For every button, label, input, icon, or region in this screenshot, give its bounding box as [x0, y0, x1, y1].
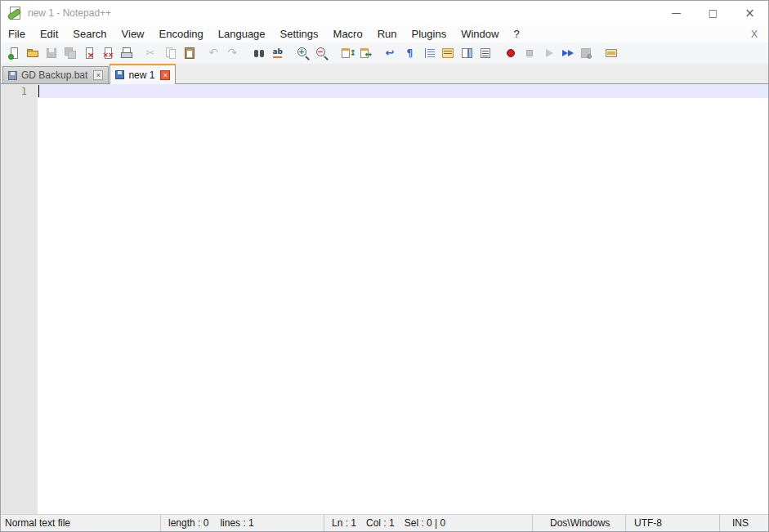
toolbar-separator [331, 44, 338, 62]
macro-run-multiple-times-button[interactable] [557, 44, 576, 62]
undo-button [205, 44, 224, 62]
status-eol-format[interactable]: Dos\Windows [533, 515, 626, 531]
sync-vertical-scrolling-button[interactable] [338, 44, 356, 62]
macro-stop-recording-icon [523, 47, 536, 60]
open-file-icon [26, 47, 39, 60]
zoom-out-icon [315, 47, 329, 60]
maximize-button[interactable]: □ [695, 1, 731, 25]
editor-area: 1 [1, 84, 768, 514]
macro-run-multiple-times-icon [561, 47, 574, 60]
menu-item-settings[interactable]: Settings [273, 26, 326, 42]
status-column: Col : 1 [366, 517, 395, 529]
sync-vertical-scrolling-icon [341, 47, 354, 60]
new-file-button[interactable] [4, 44, 23, 62]
save-all-icon [64, 47, 77, 60]
notepad-plus-plus-window: new 1 - Notepad++ — □ × FileEditSearchVi… [0, 0, 769, 532]
print-button[interactable] [117, 44, 136, 62]
status-cursor-position: Ln : 1 Col : 1 Sel : 0 | 0 [324, 515, 533, 531]
sync-horizontal-scrolling-button[interactable] [356, 44, 375, 62]
status-eol-label: Dos\Windows [550, 517, 610, 529]
macro-playback-button [539, 44, 557, 62]
macro-save-icon [579, 47, 592, 60]
edit-toolbar-button[interactable] [601, 44, 620, 62]
document-list-icon [479, 47, 492, 60]
unsaved-floppy-icon [8, 71, 17, 80]
find-button[interactable] [249, 44, 268, 62]
window-title: new 1 - Notepad++ [28, 7, 111, 19]
zoom-in-icon [297, 47, 310, 60]
tab-close-icon[interactable]: × [93, 70, 103, 80]
tab-close-icon[interactable]: × [160, 70, 170, 80]
show-indent-guide-button[interactable] [419, 44, 438, 62]
document-map-icon [460, 47, 473, 60]
status-selection: Sel : 0 | 0 [405, 517, 445, 529]
edit-toolbar-icon [605, 47, 618, 60]
word-wrap-button[interactable] [382, 44, 400, 62]
menu-item-search[interactable]: Search [65, 26, 114, 42]
show-indent-guide-icon [423, 47, 436, 60]
line-number-gutter: 1 [1, 84, 38, 514]
redo-button [224, 44, 243, 62]
close-all-icon [101, 47, 114, 60]
tab-new-1[interactable]: new 1× [110, 64, 176, 84]
menu-item-language[interactable]: Language [211, 26, 273, 42]
menu-item-encoding[interactable]: Encoding [152, 26, 211, 42]
replace-button[interactable] [268, 44, 287, 62]
toolbar-separator [287, 44, 293, 62]
macro-start-recording-icon [504, 47, 517, 60]
menu-item-edit[interactable]: Edit [33, 26, 65, 42]
toolbar [1, 42, 768, 64]
cut-icon [145, 47, 159, 60]
menu-item-file[interactable]: File [1, 26, 33, 42]
copy-icon [164, 47, 177, 60]
menu-item-help[interactable]: ? [506, 26, 526, 42]
copy-button [161, 44, 180, 62]
tab-label: GD Backup.bat [21, 69, 87, 81]
find-icon [253, 47, 266, 60]
status-typing-mode-label: INS [732, 517, 749, 529]
close-button[interactable] [79, 44, 98, 62]
save-icon [45, 47, 58, 60]
status-length-lines: length : 0 lines : 1 [161, 515, 324, 531]
replace-icon [271, 47, 284, 60]
function-list-button[interactable] [438, 44, 457, 62]
toolbar-separator [375, 44, 382, 62]
unsaved-floppy-icon [115, 70, 124, 79]
minimize-button[interactable]: — [658, 1, 695, 25]
menu-item-macro[interactable]: Macro [326, 26, 370, 42]
zoom-out-button[interactable] [312, 44, 331, 62]
line-number: 1 [1, 86, 27, 97]
macro-start-recording-button[interactable] [501, 44, 520, 62]
close-button[interactable]: × [731, 1, 768, 25]
menu-item-window[interactable]: Window [454, 26, 506, 42]
close-all-button[interactable] [98, 44, 117, 62]
zoom-in-button[interactable] [293, 44, 312, 62]
macro-playback-icon [542, 47, 555, 60]
status-doc-type-label: Normal text file [5, 517, 70, 529]
macro-save-button [576, 44, 595, 62]
status-bar: Normal text file length : 0 lines : 1 Ln… [1, 514, 768, 531]
document-map-button[interactable] [457, 44, 476, 62]
open-file-button[interactable] [23, 44, 42, 62]
menu-close-document-x[interactable]: X [740, 29, 768, 40]
close-icon [83, 47, 96, 60]
status-typing-mode[interactable]: INS [720, 515, 768, 531]
function-list-icon [441, 47, 454, 60]
show-all-characters-button[interactable] [400, 44, 419, 62]
tab-bar: GD Backup.bat×new 1× [1, 64, 768, 84]
save-button [42, 44, 60, 62]
tab-gd-backup-bat[interactable]: GD Backup.bat× [2, 66, 109, 83]
redo-icon [227, 47, 240, 60]
status-encoding[interactable]: UTF-8 [626, 515, 720, 531]
save-all-button [60, 44, 79, 62]
menu-item-run[interactable]: Run [370, 26, 405, 42]
menu-bar: FileEditSearchViewEncodingLanguageSettin… [1, 25, 768, 42]
undo-icon [208, 47, 221, 60]
menu-item-plugins[interactable]: Plugins [405, 26, 454, 42]
menu-item-view[interactable]: View [114, 26, 152, 42]
text-editing-area[interactable] [38, 84, 768, 514]
sync-horizontal-scrolling-icon [360, 47, 373, 60]
document-list-button[interactable] [476, 44, 494, 62]
macro-stop-recording-button [520, 44, 539, 62]
paste-button[interactable] [180, 44, 199, 62]
